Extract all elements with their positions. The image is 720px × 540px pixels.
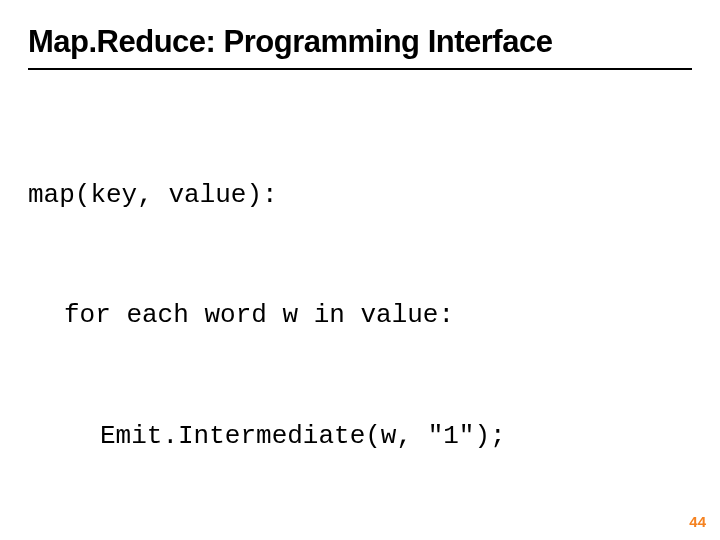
slide-title: Map.Reduce: Programming Interface	[28, 24, 692, 60]
code-line: map(key, value):	[28, 175, 692, 215]
page-number: 44	[689, 513, 706, 530]
code-block-map: map(key, value): for each word w in valu…	[28, 94, 692, 537]
slide: Map.Reduce: Programming Interface map(ke…	[0, 0, 720, 540]
code-line: Emit.Intermediate(w, "1");	[28, 416, 692, 456]
code-line: for each word w in value:	[28, 295, 692, 335]
title-divider	[28, 68, 692, 70]
